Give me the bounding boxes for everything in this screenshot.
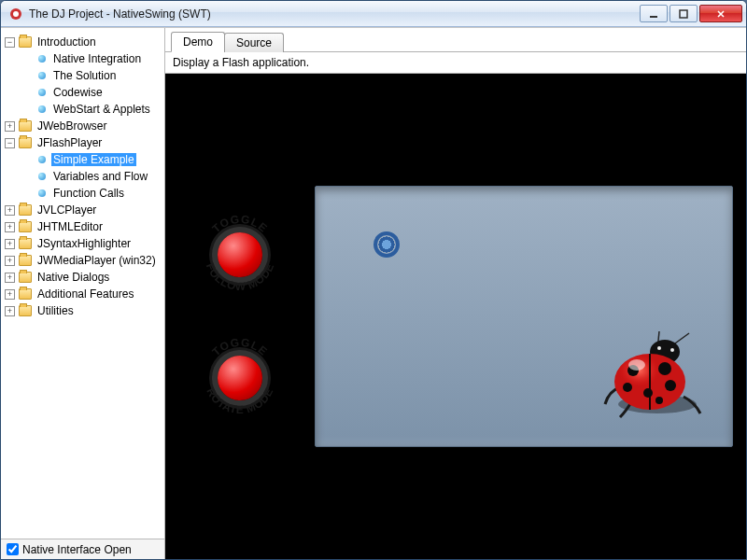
folder-icon <box>19 137 32 148</box>
folder-icon <box>19 272 32 283</box>
tree-node-introduction[interactable]: −Introduction <box>3 34 162 50</box>
svg-text:ROTATE MODE: ROTATE MODE <box>204 385 275 416</box>
tab-source[interactable]: Source <box>224 33 284 52</box>
svg-rect-2 <box>650 16 657 18</box>
folder-icon <box>19 204 32 216</box>
svg-point-18 <box>623 383 632 392</box>
svg-point-17 <box>658 362 671 375</box>
tree-node-native-integration[interactable]: Native Integration <box>35 50 162 67</box>
svg-point-12 <box>657 346 661 350</box>
status-label: Native Interface Open <box>22 543 132 556</box>
native-interface-checkbox[interactable] <box>7 543 19 555</box>
nav-tree[interactable]: −Introduction Native Integration The Sol… <box>1 28 164 539</box>
window-title: The DJ Project - NativeSwing (SWT) <box>29 7 638 21</box>
svg-point-21 <box>655 397 663 404</box>
bullet-icon <box>38 55 46 63</box>
svg-text:TOGGLE: TOGGLE <box>210 213 271 235</box>
tab-demo[interactable]: Demo <box>171 32 225 52</box>
ladybug-icon <box>603 331 706 420</box>
tree-node-jhtmleditor[interactable]: +JHTMLEditor <box>3 218 162 235</box>
status-bar: Native Interface Open <box>1 539 164 559</box>
tree-node-jvlcplayer[interactable]: +JVLCPlayer <box>3 202 162 218</box>
flash-viewport: TOGGLE FOLLOW MODE TOGGLE ROTATE MODE <box>165 74 746 559</box>
svg-point-13 <box>670 348 674 352</box>
tree-node-utilities[interactable]: +Utilities <box>3 302 162 319</box>
titlebar[interactable]: The DJ Project - NativeSwing (SWT) <box>1 1 746 27</box>
svg-point-1 <box>13 11 19 17</box>
folder-icon <box>19 120 32 132</box>
main-panel: Demo Source Display a Flash application.… <box>165 28 746 559</box>
bullet-icon <box>38 156 46 163</box>
tree-node-variables-flow[interactable]: Variables and Flow <box>35 168 162 185</box>
tab-bar: Demo Source <box>165 28 746 52</box>
tree-node-jsyntaxhighlighter[interactable]: +JSyntaxHighlighter <box>3 235 162 252</box>
svg-text:TOGGLE: TOGGLE <box>210 336 271 358</box>
sidebar: −Introduction Native Integration The Sol… <box>1 28 165 559</box>
folder-icon <box>19 255 32 266</box>
folder-icon <box>19 288 32 300</box>
minimize-button[interactable] <box>640 5 668 22</box>
folder-icon <box>19 221 32 232</box>
bullet-icon <box>38 173 46 180</box>
toggle-follow-button[interactable]: TOGGLE FOLLOW MODE <box>197 212 283 298</box>
flash-content[interactable]: TOGGLE FOLLOW MODE TOGGLE ROTATE MODE <box>165 172 746 461</box>
tree-node-jflashplayer[interactable]: −JFlashPlayer <box>3 134 162 151</box>
tree-node-function-calls[interactable]: Function Calls <box>35 185 162 202</box>
window-buttons <box>638 5 742 22</box>
bullet-icon <box>38 89 46 96</box>
bullet-icon <box>38 189 46 197</box>
folder-icon <box>19 36 32 48</box>
tree-node-jwmediaplayer[interactable]: +JWMediaPlayer (win32) <box>3 252 162 269</box>
folder-icon <box>19 305 32 316</box>
folder-icon <box>19 238 32 249</box>
toggle-rotate-button[interactable]: TOGGLE ROTATE MODE <box>197 335 283 421</box>
tree-node-codewise[interactable]: Codewise <box>35 84 162 101</box>
close-button[interactable] <box>699 5 742 22</box>
tree-node-webstart-applets[interactable]: WebStart & Applets <box>35 101 162 118</box>
maximize-button[interactable] <box>669 5 698 22</box>
flash-controls: TOGGLE FOLLOW MODE TOGGLE ROTATE MODE <box>165 172 315 461</box>
tree-node-additional-features[interactable]: +Additional Features <box>3 286 162 302</box>
svg-text:FOLLOW MODE: FOLLOW MODE <box>204 261 277 293</box>
svg-point-19 <box>643 388 653 398</box>
app-window: The DJ Project - NativeSwing (SWT) −Intr… <box>0 0 747 560</box>
tree-node-jwebbrowser[interactable]: +JWebBrowser <box>3 118 162 134</box>
bullet-icon <box>38 105 46 113</box>
svg-point-22 <box>628 359 645 371</box>
flash-stage[interactable] <box>315 186 733 447</box>
tree-node-simple-example[interactable]: Simple Example <box>35 151 162 168</box>
bullet-icon <box>38 72 46 79</box>
svg-rect-3 <box>680 10 687 18</box>
description-text: Display a Flash application. <box>165 52 746 74</box>
app-icon <box>8 7 23 21</box>
disc-icon <box>374 231 400 258</box>
tree-node-native-dialogs[interactable]: +Native Dialogs <box>3 269 162 286</box>
client-area: −Introduction Native Integration The Sol… <box>1 27 746 559</box>
tree-node-the-solution[interactable]: The Solution <box>35 67 162 84</box>
svg-point-20 <box>665 380 676 391</box>
